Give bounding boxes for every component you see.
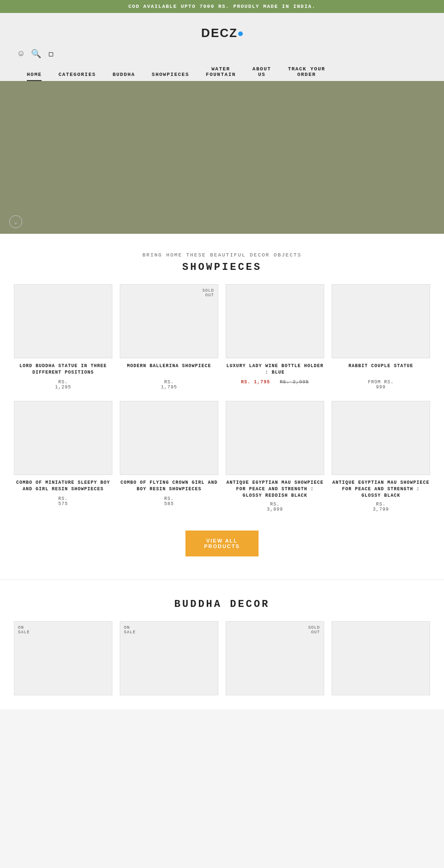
sale-price: RS. 1,795 xyxy=(241,380,270,385)
header-icons: ☺ 🔍 ◻ xyxy=(18,46,426,59)
buddha-title: BUDDHA DECOR xyxy=(9,599,435,610)
product-card[interactable]: ANTIQUE EGYPTIAN MAU SHOWPIECE FOR PEACE… xyxy=(226,401,324,512)
product-card[interactable]: RABBIT COUPLE STATUE FROM RS.999 xyxy=(332,284,430,390)
buddha-image: ONSALE xyxy=(14,621,112,695)
buddha-section: BUDDHA DECOR ONSALE ONSALE SOLDOUT xyxy=(0,580,444,709)
product-card[interactable]: COMBO OF MINIATURE SLEEPY BOY AND GIRL R… xyxy=(14,401,112,512)
view-all-wrap: VIEW ALLPRODUCTS xyxy=(9,517,435,566)
product-image xyxy=(332,284,430,358)
product-price: RS.3,899 xyxy=(226,502,324,512)
showpieces-subtitle: BRING HOME THESE BEAUTIFUL DECOR OBJECTS xyxy=(9,252,435,258)
sold-out-badge: SOLDOUT xyxy=(202,288,214,298)
product-name: MODERN BALLERINA SHOWPIECE xyxy=(120,363,218,377)
nav-water-fountain[interactable]: WATERFOUNTAIN xyxy=(197,62,244,81)
product-card[interactable]: SOLDOUT MODERN BALLERINA SHOWPIECE RS.1,… xyxy=(120,284,218,390)
product-image xyxy=(226,401,324,475)
product-image: SOLDOUT xyxy=(120,284,218,358)
product-grid-row1: LORD BUDDHA STATUE IN THREE DIFFERENT PO… xyxy=(9,284,435,390)
buddha-card[interactable]: SOLDOUT xyxy=(226,621,324,700)
product-price: RS.3,799 xyxy=(332,502,430,512)
product-image xyxy=(14,284,112,358)
sold-out-badge: SOLDOUT xyxy=(308,625,320,635)
product-card[interactable]: LORD BUDDHA STATUE IN THREE DIFFERENT PO… xyxy=(14,284,112,390)
nav-buddha[interactable]: BUDDHA xyxy=(104,68,143,81)
view-all-button[interactable]: VIEW ALLPRODUCTS xyxy=(185,531,259,556)
buddha-card[interactable]: ONSALE xyxy=(120,621,218,700)
header: DECZ ☺ 🔍 ◻ HOME CATEGORIES BUDDHA SHOWPI… xyxy=(0,13,444,81)
on-sale-badge: ONSALE xyxy=(18,625,30,635)
product-name: ANTIQUE EGYPTIAN MAU SHOWPIECE FOR PEACE… xyxy=(226,480,324,499)
product-price: RS. 1,795 RS. 2,995 xyxy=(226,380,324,385)
user-icon[interactable]: ☺ xyxy=(18,49,24,58)
search-icon[interactable]: 🔍 xyxy=(31,49,41,59)
showpieces-title: SHOWPIECES xyxy=(9,262,435,273)
original-price: RS. 2,995 xyxy=(280,380,309,385)
hero-chevron-down[interactable]: ⌄ xyxy=(9,215,22,228)
buddha-grid: ONSALE ONSALE SOLDOUT xyxy=(9,621,435,700)
buddha-image: SOLDOUT xyxy=(226,621,324,695)
buddha-image: ONSALE xyxy=(120,621,218,695)
product-image xyxy=(120,401,218,475)
product-name: ANTIQUE EGYPTIAN MAU SHOWPIECE FOR PEACE… xyxy=(332,480,430,499)
product-name: COMBO OF FLYING CROWN GIRL AND BOY RESIN… xyxy=(120,480,218,493)
product-grid-row2: COMBO OF MINIATURE SLEEPY BOY AND GIRL R… xyxy=(9,390,435,517)
product-name: LUXURY LADY WINE BOTTLE HOLDER : BLUE xyxy=(226,363,324,377)
product-card[interactable]: ANTIQUE EGYPTIAN MAU SHOWPIECE FOR PEACE… xyxy=(332,401,430,512)
product-image xyxy=(14,401,112,475)
product-image xyxy=(332,401,430,475)
nav-about-us[interactable]: ABOUTUS xyxy=(244,62,280,81)
main-nav: HOME CATEGORIES BUDDHA SHOWPIECES WATERF… xyxy=(18,59,426,81)
nav-home[interactable]: HOME xyxy=(18,68,50,81)
on-sale-badge: ONSALE xyxy=(124,625,136,635)
nav-track-order[interactable]: TRACK YOURORDER xyxy=(279,62,333,81)
product-name: RABBIT COUPLE STATUE xyxy=(332,363,430,377)
hero-banner: ⌄ xyxy=(0,81,444,234)
product-card[interactable]: LUXURY LADY WINE BOTTLE HOLDER : BLUE RS… xyxy=(226,284,324,390)
product-price: FROM RS.999 xyxy=(332,380,430,390)
product-price: RS.1,295 xyxy=(14,380,112,390)
product-price: RS.585 xyxy=(120,496,218,506)
showpieces-section: BRING HOME THESE BEAUTIFUL DECOR OBJECTS… xyxy=(0,234,444,580)
product-price: RS.1,795 xyxy=(120,380,218,390)
nav-categories[interactable]: CATEGORIES xyxy=(50,68,104,81)
product-price: RS.575 xyxy=(14,496,112,506)
buddha-image xyxy=(332,621,430,695)
logo-row: DECZ xyxy=(18,21,426,46)
product-image xyxy=(226,284,324,358)
logo-dot xyxy=(238,31,243,36)
logo[interactable]: DECZ xyxy=(201,26,243,40)
product-name: COMBO OF MINIATURE SLEEPY BOY AND GIRL R… xyxy=(14,480,112,493)
announcement-bar: COD AVAILABLE UPTO 7000 RS. PROUDLY MADE… xyxy=(0,0,444,13)
buddha-card[interactable]: ONSALE xyxy=(14,621,112,700)
product-card[interactable]: COMBO OF FLYING CROWN GIRL AND BOY RESIN… xyxy=(120,401,218,512)
buddha-card[interactable] xyxy=(332,621,430,700)
cart-icon[interactable]: ◻ xyxy=(49,49,54,59)
product-name: LORD BUDDHA STATUE IN THREE DIFFERENT PO… xyxy=(14,363,112,377)
nav-showpieces[interactable]: SHOWPIECES xyxy=(143,68,197,81)
